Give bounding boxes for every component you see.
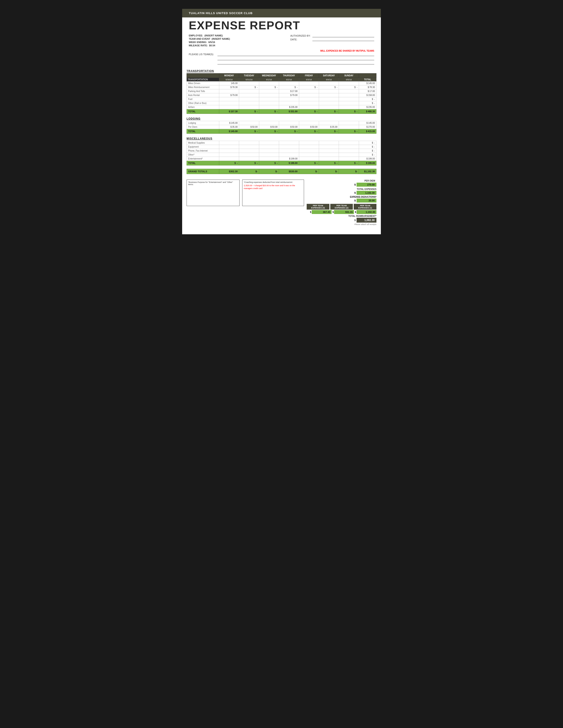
fri-header: FRIDAY <box>299 73 319 78</box>
mileage-field: MILEAGE RATE: $0.54 <box>189 44 230 47</box>
meta-left: EMPLOYEE: (INSERT NAME) TEAM AND EVENT (… <box>189 34 230 47</box>
wed-date: 6/1/16 <box>259 78 279 81</box>
lodging-table: Lodging$145.00$145.00Per Diem$35.00$50.0… <box>186 121 377 134</box>
total-reimb-row: $ 1,082.30 <box>307 218 377 223</box>
date-row: TRANSPORTATION 5/30/16 5/31/16 6/1/16 6/… <box>187 78 377 81</box>
mon-header: MONDAY <box>219 73 239 78</box>
total-header <box>359 73 376 78</box>
wed-header: WEDNESDAY <box>259 73 279 78</box>
mon-date: 5/30/16 <box>219 78 239 81</box>
tue-date: 5/31/16 <box>239 78 259 81</box>
grand-totals-table: GRAND TOTALS $302.30 $- $- $530.00 $- $-… <box>186 169 377 174</box>
expense-deductions-value-row: $ 20.00 <box>307 199 377 203</box>
per-team-section: PER TEAM EXPENSES (3) PER TEAM EXPENSES … <box>307 204 377 214</box>
section-date-empty: TRANSPORTATION <box>187 78 219 81</box>
table-row: Per Diem$35.00$50.00$50.00$50.00$50.00$3… <box>187 125 377 129</box>
per-team-value-1: 1,102.30 <box>357 210 377 214</box>
per-team-value-3: 367.43 <box>312 210 332 214</box>
per-team-value-2: 551.15 <box>334 210 354 214</box>
sun-date: 6/5/16 <box>339 78 359 81</box>
per-team-header-2: PER TEAM EXPENSES (2) <box>330 204 353 210</box>
table-row: Airfare$235.00$235.00 <box>187 105 377 109</box>
sun-header: SUNDAY <box>339 73 359 78</box>
transportation-label: TRANSPORTATION <box>186 69 377 73</box>
mileage-value: $0.54 <box>209 44 215 47</box>
total-row: TOTAL$157.30$ -$ -$331.00$ -$ -$ -$488.3… <box>187 109 377 114</box>
week-label: WEEK ENDING: <box>189 41 207 43</box>
team-line-3[interactable] <box>217 61 374 64</box>
table-row: Parking And Tolls$17.00$17.00 <box>187 89 377 93</box>
team-value: (INSERT NAME) <box>212 38 230 40</box>
per-diem-value-row: $ 270.00 <box>307 183 377 187</box>
empty-header <box>187 73 219 78</box>
table-row: Fuel$ - <box>187 97 377 101</box>
meta-section: EMPLOYEE: (INSERT NAME) TEAM AND EVENT (… <box>182 34 381 50</box>
grand-total-row: GRAND TOTALS $302.30 $- $- $530.00 $- $-… <box>187 169 377 174</box>
per-diem-value: 270.00 <box>357 183 377 187</box>
grand-fri: $- <box>299 169 319 174</box>
expense-deductions-value: 20.00 <box>357 199 377 203</box>
expense-deductions-header: EXPENSE DEDUCTIONS* <box>307 196 377 198</box>
lodging-body: Lodging$145.00$145.00Per Diem$35.00$50.0… <box>187 121 377 134</box>
grand-sun: $- <box>339 169 359 174</box>
team-line-1[interactable] <box>217 53 374 56</box>
authorized-input[interactable] <box>313 34 374 37</box>
week-value: 6/5/16 <box>208 41 215 43</box>
date-input[interactable] <box>313 38 374 41</box>
page: TUALATIN HILLS UNITED SOCCER CLUB EXPENS… <box>182 9 381 234</box>
per-team-headers: PER TEAM EXPENSES (3) PER TEAM EXPENSES … <box>307 204 377 210</box>
notes-box: *Business Purpose for "Entertainment" an… <box>186 180 239 206</box>
grand-total-label: GRAND TOTALS <box>187 169 219 174</box>
table-row: Phone, Fax-Internet$ - <box>187 149 377 153</box>
grand-thu: $530.00 <box>279 169 299 174</box>
will-share-text: WILL EXPENCES BE SHARED BY MUTIPUL TEAMS <box>321 50 374 52</box>
thu-header: THURSDAY <box>279 73 299 78</box>
please-list-label: PLEASE LIS TEAM(S): <box>189 53 217 56</box>
misc-body: Medical Supplies$ -Equipment$ -Phone, Fa… <box>187 141 377 165</box>
date-label: DATE: <box>290 38 313 41</box>
lodging-label: LODGING <box>186 117 377 120</box>
coaching-box: *Coaching expenses deducted from total r… <box>242 180 304 206</box>
table-row: Equipment$ - <box>187 145 377 149</box>
sat-header: SATURDAY <box>319 73 339 78</box>
team-field: TEAM AND EVENT (INSERT NAME) <box>189 38 230 40</box>
transportation-table: MONDAY TUESDAY WEDNESDAY THURSDAY FRIDAY… <box>186 73 377 114</box>
summary-box: PER DIEM $ 270.00 TOTAL EXPENSES $ 1,102… <box>307 180 377 225</box>
team-label: TEAM AND EVENT <box>189 38 210 40</box>
table-row: Entertainment*$199.00$199.00 <box>187 157 377 161</box>
report-title: EXPENSE REPORT <box>189 20 374 31</box>
employee-field: EMPLOYEE: (INSERT NAME) <box>189 34 230 37</box>
grand-total: $1,102.30 <box>359 169 376 174</box>
thu-date: 6/2/16 <box>279 78 299 81</box>
table-row: Other*$ - <box>187 153 377 157</box>
per-team-header-1: PER TEAM EXPENSES (1) <box>354 204 377 210</box>
mileage-label: MILEAGE RATE: <box>189 44 208 47</box>
week-field: WEEK ENDING: 6/5/16 <box>189 41 230 43</box>
bottom-section: *Business Purpose for "Entertainment" an… <box>182 177 381 225</box>
header-bar: TUALATIN HILLS UNITED SOCCER CLUB <box>182 9 381 17</box>
tue-header: TUESDAY <box>239 73 259 78</box>
total-reimb-value: 1,082.30 <box>357 218 377 223</box>
employee-value: (INSERT NAME) <box>204 34 223 37</box>
transportation-body: Miles Driven145.00$145.00Miles Reimburse… <box>187 81 377 114</box>
total-date: TOTAL <box>359 78 376 81</box>
grand-wed: $- <box>259 169 279 174</box>
total-reimb-label: TOTAL REIMBURSEMENT* <box>307 215 377 217</box>
table-row: Auto Rental$79.00$79.00$158.00 <box>187 93 377 97</box>
grand-sat: $- <box>319 169 339 174</box>
misc-table: Medical Supplies$ -Equipment$ -Phone, Fa… <box>186 141 377 165</box>
team-line-2[interactable] <box>217 57 374 60</box>
per-diem-row: PER DIEM <box>307 180 377 182</box>
total-expenses-value: 1,102.30 <box>357 191 377 195</box>
day-header-row: MONDAY TUESDAY WEDNESDAY THURSDAY FRIDAY… <box>187 73 377 78</box>
sat-date: 6/4/16 <box>319 78 339 81</box>
total-row: TOTAL$145.00$ -$ -$ -$ -$ -$ -$415.00 <box>187 129 377 134</box>
total-row: TOTAL$ -$ -$ -$199.00$ -$ -$ -$199.00 <box>187 161 377 165</box>
will-share-warning: WILL EXPENCES BE SHARED BY MUTIPUL TEAMS <box>182 50 381 52</box>
coaching-content: 1) $20.00 - I charged $20.00 to the room… <box>244 184 303 190</box>
total-expenses-header: TOTAL EXPENSES <box>307 188 377 190</box>
authorized-label: AUTHORIZED BY: <box>290 34 313 37</box>
employee-label: EMPLOYEE: <box>189 34 203 37</box>
title-section: EXPENSE REPORT <box>182 17 381 34</box>
authorized-field: AUTHORIZED BY: <box>290 34 374 37</box>
